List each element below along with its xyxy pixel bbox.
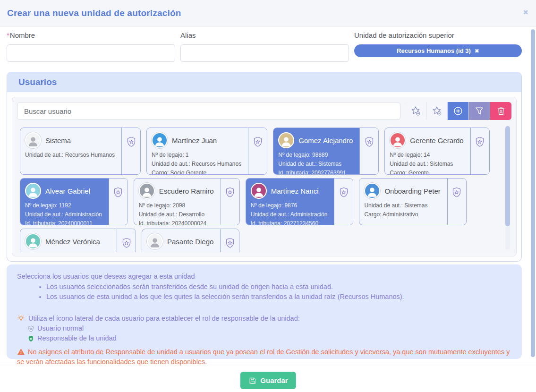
- person-icon: [153, 135, 166, 147]
- detail-line: Id. tributaria: 20927763991: [278, 169, 353, 175]
- filter-users-button[interactable]: [469, 102, 490, 120]
- user-card-head: Martínez Nanci: [251, 183, 328, 199]
- avatar: [278, 132, 294, 148]
- role-toggle-button[interactable]: [470, 128, 489, 174]
- shield-star-icon: [338, 186, 349, 198]
- add-user-button[interactable]: [448, 102, 469, 120]
- detail-line: Unidad de aut.: Administración: [25, 210, 102, 219]
- user-card-head: Gerente Gerardo: [390, 132, 463, 148]
- shield-star-icon: [126, 136, 137, 148]
- search-input[interactable]: [17, 102, 400, 120]
- role-toggle-button[interactable]: [359, 128, 378, 174]
- shield-star-icon: [224, 237, 236, 249]
- user-card-mendez-veronica[interactable]: Méndez Verónica: [20, 229, 136, 252]
- star-plus-button[interactable]: [405, 102, 426, 120]
- lightbulb-icon: [17, 315, 25, 323]
- usuarios-inner-container: Sistema Unidad de aut.: Recursos Humanos: [12, 97, 517, 256]
- person-icon: [366, 186, 378, 198]
- parent-unit-field-group: Unidad de autorización superior Recursos…: [354, 31, 522, 62]
- usuarios-panel: Usuarios: [7, 72, 522, 262]
- warning-text-block: No asignes el atributo de Responsable de…: [17, 347, 510, 367]
- user-card-head: Escudero Ramiro: [139, 183, 214, 199]
- user-name: Sistema: [45, 136, 71, 145]
- avatar: [139, 183, 155, 199]
- modal-header: Crear una nueva unidad de autorización ✖: [0, 0, 536, 26]
- role-toggle-button[interactable]: [447, 179, 466, 225]
- user-card-martinez-juan[interactable]: Martínez Juan Nº de legajo: 1 Unidad de …: [146, 128, 267, 175]
- alias-field-group: Alias: [180, 31, 349, 62]
- user-card-martinez-nanci[interactable]: Martínez Nanci Nº de legajo: 9876 Unidad…: [246, 178, 354, 225]
- user-name: Pasante Diego: [167, 238, 213, 246]
- usuarios-panel-header: Usuarios: [7, 72, 521, 92]
- detail-line: Unidad de aut.: Sistemas: [390, 160, 463, 169]
- clear-selection-button[interactable]: [490, 102, 511, 120]
- user-details: Nº de legajo: 14 Unidad de aut.: Sistema…: [390, 151, 463, 175]
- shield-star-icon: [451, 186, 462, 198]
- shield-star-icon: [224, 186, 236, 198]
- person-icon: [141, 186, 153, 198]
- person-icon: [27, 135, 39, 147]
- user-name: Escudero Ramiro: [159, 187, 214, 195]
- role-toggle-button[interactable]: [109, 179, 128, 225]
- user-details: Nº de legajo: 1 Unidad de aut.: Recursos…: [152, 151, 241, 175]
- user-card-head: Méndez Verónica: [25, 233, 110, 249]
- shield-outline-icon: [27, 325, 34, 332]
- user-name: Martínez Juan: [172, 136, 217, 145]
- star-minus-button[interactable]: [426, 102, 448, 120]
- person-icon: [253, 186, 265, 198]
- star-plus-icon: [410, 106, 421, 116]
- user-card-pasante-diego[interactable]: Pasante Diego: [142, 229, 239, 252]
- avatar: [147, 233, 163, 249]
- parent-unit-chip[interactable]: Recursos Humanos (id 3) ✖: [354, 44, 522, 57]
- shield-star-icon: [121, 237, 132, 249]
- detail-line: Unidad de aut.: Recursos Humanos: [152, 160, 241, 169]
- user-card-main: Sistema Unidad de aut.: Recursos Humanos: [20, 128, 121, 174]
- instruction-bullet: Los usuarios seleccionados serán transfe…: [46, 282, 510, 292]
- user-card-gomez-alejandro[interactable]: Gomez Alejandro Nº de legajo: 98889 Unid…: [273, 128, 379, 175]
- avatar: [25, 132, 41, 148]
- detail-line: Nº de legajo: 9876: [251, 201, 328, 210]
- tip-text: Utiliza el ícono lateral de cada usuario…: [28, 314, 300, 323]
- role-toggle-button[interactable]: [334, 179, 353, 225]
- filter-icon: [474, 106, 485, 116]
- close-icon[interactable]: ✖: [523, 9, 528, 16]
- save-button[interactable]: Guardar: [240, 372, 296, 389]
- user-name: Méndez Verónica: [45, 238, 100, 246]
- person-icon: [27, 186, 39, 198]
- chip-remove-icon[interactable]: ✖: [475, 48, 479, 54]
- user-card-escudero-ramiro[interactable]: Escudero Ramiro Nº de legajo: 2098 Unida…: [134, 178, 240, 225]
- shield-star-icon: [252, 136, 264, 148]
- detail-line: Unidad de aut.: Recursos Humanos: [25, 151, 115, 160]
- role-toggle-button[interactable]: [248, 128, 267, 174]
- user-card-sistema[interactable]: Sistema Unidad de aut.: Recursos Humanos: [20, 128, 141, 175]
- detail-line: Nº de legajo: 98889: [278, 151, 353, 160]
- nombre-input[interactable]: [7, 44, 175, 62]
- search-row: [17, 102, 511, 120]
- user-card-main: Martínez Juan Nº de legajo: 1 Unidad de …: [147, 128, 248, 174]
- instructions-intro: Selecciona los usuarios que deseas agreg…: [17, 272, 510, 281]
- detail-line: Unidad de aut.: Administración: [251, 210, 328, 219]
- role-toggle-button[interactable]: [221, 179, 239, 225]
- user-card-main: Escudero Ramiro Nº de legajo: 2098 Unida…: [134, 179, 221, 225]
- users-scrollbar-thumb[interactable]: [505, 126, 510, 226]
- modal-scrollbar-thumb[interactable]: [531, 29, 535, 357]
- detail-line: Unidad de aut.: Sistemas: [278, 160, 353, 169]
- user-card-head: Pasante Diego: [147, 233, 213, 249]
- role-toggle-button[interactable]: [220, 229, 239, 252]
- person-icon: [280, 135, 292, 147]
- detail-line: Nº de legajo: 1192: [25, 201, 102, 210]
- user-card-gerente-gerardo[interactable]: Gerente Gerardo Nº de legajo: 14 Unidad …: [384, 128, 489, 175]
- user-cards-list: Sistema Unidad de aut.: Recursos Humanos: [17, 125, 511, 252]
- user-card-alvear-gabriel[interactable]: Alvear Gabriel Nº de legajo: 1192 Unidad…: [20, 178, 128, 225]
- avatar: [390, 132, 406, 148]
- user-card-onboarding-peter[interactable]: Onboarding Peter Unidad de aut.: Sistema…: [359, 178, 466, 225]
- legend-usuario-normal: Usuario normal: [27, 324, 510, 333]
- modal-title: Crear una nueva unidad de autorización: [7, 0, 181, 26]
- detail-line: Cargo: Gerente: [390, 169, 463, 175]
- alias-input[interactable]: [180, 44, 349, 62]
- role-toggle-button[interactable]: [121, 128, 140, 174]
- shield-star-icon: [474, 136, 485, 148]
- star-minus-icon: [432, 106, 442, 116]
- nombre-label: *Nombre: [7, 31, 175, 39]
- role-toggle-button[interactable]: [117, 229, 136, 252]
